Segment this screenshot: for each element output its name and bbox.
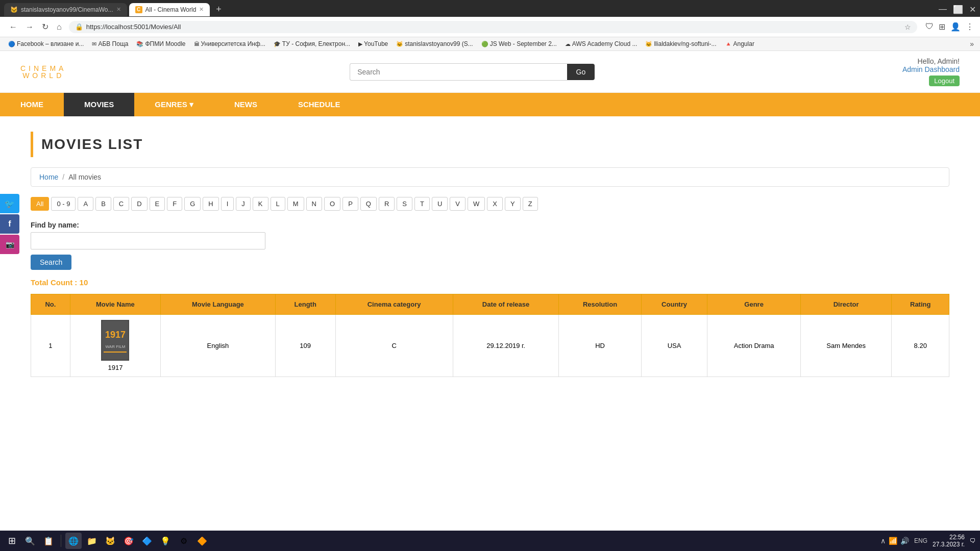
td-resolution: HD: [559, 315, 641, 377]
moodle-bm-icon: 📚: [136, 41, 143, 47]
nav-news[interactable]: NEWS: [214, 93, 278, 116]
bookmark-youtube[interactable]: ▶ YouTube: [356, 39, 390, 48]
letter-btn-g[interactable]: G: [184, 197, 201, 211]
letter-btn-j[interactable]: J: [236, 197, 251, 211]
letter-btn-s[interactable]: S: [397, 197, 412, 211]
bookmark-label: Университетска Инф...: [201, 40, 265, 47]
star-icon[interactable]: ☆: [904, 23, 911, 31]
letter-btn-b[interactable]: B: [95, 197, 111, 211]
facebook-icon: f: [8, 219, 11, 229]
twitter-button[interactable]: 🐦: [0, 194, 19, 213]
find-by-name-input[interactable]: [31, 232, 265, 249]
tab-label-2: All - Cinema World: [145, 6, 197, 13]
facebook-button[interactable]: f: [0, 214, 19, 234]
letter-btn-09[interactable]: 0 - 9: [51, 197, 76, 211]
letter-btn-v[interactable]: V: [450, 197, 465, 211]
nav-genres[interactable]: GENRES: [134, 93, 214, 116]
nav-schedule[interactable]: SCHEDULE: [278, 93, 361, 116]
extensions-icon[interactable]: ⊞: [939, 22, 945, 32]
movie-poster[interactable]: 1917 WAR FILM: [101, 320, 129, 361]
browser-tab-inactive[interactable]: 🐱 stanislavstoyanov99/CinemaWo... ✕: [4, 3, 127, 16]
site-logo[interactable]: CINEMA WORLD: [20, 65, 66, 79]
admin-dashboard-link[interactable]: Admin Dashboard: [878, 65, 960, 73]
letter-btn-d[interactable]: D: [131, 197, 147, 211]
letter-btn-o[interactable]: O: [324, 197, 340, 211]
tab-close-1[interactable]: ✕: [116, 6, 121, 13]
td-genre: Action Drama: [707, 315, 801, 377]
movies-table: No. Movie Name Movie Language Length Cin…: [31, 294, 949, 377]
letter-btn-a[interactable]: A: [78, 197, 93, 211]
bookmark-label: llialdakiev/ng-softuni-...: [654, 40, 716, 47]
th-country: Country: [641, 294, 707, 315]
td-category: C: [335, 315, 453, 377]
letter-btn-t[interactable]: T: [414, 197, 430, 211]
letter-btn-n[interactable]: N: [306, 197, 322, 211]
td-rating: 8.20: [892, 315, 949, 377]
breadcrumb-current: All movies: [68, 173, 101, 181]
site-header: CINEMA WORLD Go Hello, Admin! Admin Dash…: [0, 51, 980, 93]
bookmark-jsweb[interactable]: 🟢 JS Web - September 2...: [479, 39, 559, 48]
svg-rect-1: [102, 321, 128, 360]
bookmark-uni[interactable]: 🏛 Университетска Инф...: [192, 39, 267, 48]
title-bar-accent: [31, 132, 33, 157]
breadcrumb-home[interactable]: Home: [39, 173, 58, 181]
breadcrumb: Home / All movies: [31, 167, 949, 187]
letter-btn-m[interactable]: M: [287, 197, 304, 211]
letter-btn-w[interactable]: W: [468, 197, 485, 211]
bookmark-label: JS Web - September 2...: [490, 40, 557, 47]
letter-btn-p[interactable]: P: [342, 197, 358, 211]
reload-button[interactable]: ↻: [39, 20, 52, 34]
new-tab-button[interactable]: +: [212, 2, 226, 17]
bookmark-moodle[interactable]: 📚 ФПМИ Moodle: [134, 39, 187, 48]
page-title: MOVIES LIST: [41, 136, 143, 153]
facebook-bm-icon: 🔵: [8, 41, 15, 47]
bookmark-gh1[interactable]: 🐱 stanislavstoyanov99 (S...: [394, 39, 475, 48]
back-button[interactable]: ←: [6, 20, 20, 34]
bookmark-angular[interactable]: 🔺 Angular: [723, 39, 756, 48]
letter-btn-r[interactable]: R: [379, 197, 395, 211]
header-search-input[interactable]: [350, 63, 567, 81]
close-window-icon[interactable]: ✕: [969, 5, 976, 14]
nav-movies[interactable]: MOVIES: [64, 93, 134, 116]
minimize-icon[interactable]: —: [939, 5, 947, 14]
bookmarks-more-icon[interactable]: »: [970, 40, 974, 48]
letter-btn-h[interactable]: H: [203, 197, 218, 211]
th-category: Cinema category: [335, 294, 453, 315]
forward-button[interactable]: →: [22, 20, 37, 34]
letter-btn-i[interactable]: I: [221, 197, 234, 211]
tab-close-2[interactable]: ✕: [199, 6, 204, 13]
profile-icon[interactable]: 👤: [950, 22, 961, 32]
instagram-button[interactable]: 📷: [0, 235, 19, 254]
logout-button[interactable]: Logout: [929, 76, 960, 86]
bookmark-abv[interactable]: ✉ АБВ Поща: [90, 39, 130, 48]
browser-tab-active[interactable]: C All - Cinema World ✕: [129, 3, 210, 16]
bookmark-tu[interactable]: 🎓 ТУ - София, Електрон...: [272, 39, 352, 48]
nav-home[interactable]: HOME: [0, 93, 64, 116]
th-movie-name: Movie Name: [70, 294, 160, 315]
home-button[interactable]: ⌂: [54, 20, 65, 34]
letter-btn-l[interactable]: L: [271, 197, 285, 211]
letter-btn-u[interactable]: U: [432, 197, 448, 211]
letter-btn-c[interactable]: C: [113, 197, 129, 211]
bookmark-facebook[interactable]: 🔵 Facebook – влизане и...: [6, 39, 86, 48]
twitter-icon: 🐦: [5, 199, 15, 209]
letter-btn-x[interactable]: X: [487, 197, 503, 211]
maximize-icon[interactable]: ⬜: [953, 5, 963, 14]
letter-btn-q[interactable]: Q: [360, 197, 377, 211]
letter-btn-y[interactable]: Y: [505, 197, 521, 211]
youtube-bm-icon: ▶: [358, 41, 362, 47]
jsweb-bm-icon: 🟢: [481, 41, 488, 47]
bookmark-aws[interactable]: ☁ AWS Academy Cloud ...: [563, 39, 640, 48]
letter-btn-f[interactable]: F: [167, 197, 182, 211]
letter-btn-z[interactable]: Z: [523, 197, 538, 211]
search-go-button[interactable]: Go: [567, 64, 595, 80]
movie-name-text: 1917: [108, 364, 122, 371]
nav-buttons: ← → ↻ ⌂: [6, 20, 65, 34]
search-button[interactable]: Search: [31, 255, 71, 270]
bookmark-gh2[interactable]: 🐱 llialdakiev/ng-softuni-...: [643, 39, 718, 48]
letter-btn-e[interactable]: E: [150, 197, 165, 211]
letter-btn-k[interactable]: K: [253, 197, 268, 211]
menu-icon[interactable]: ⋮: [966, 22, 974, 32]
letter-btn-all[interactable]: All: [31, 197, 49, 211]
address-bar[interactable]: 🔒 https://localhost:5001/Movies/All ☆: [69, 21, 917, 33]
